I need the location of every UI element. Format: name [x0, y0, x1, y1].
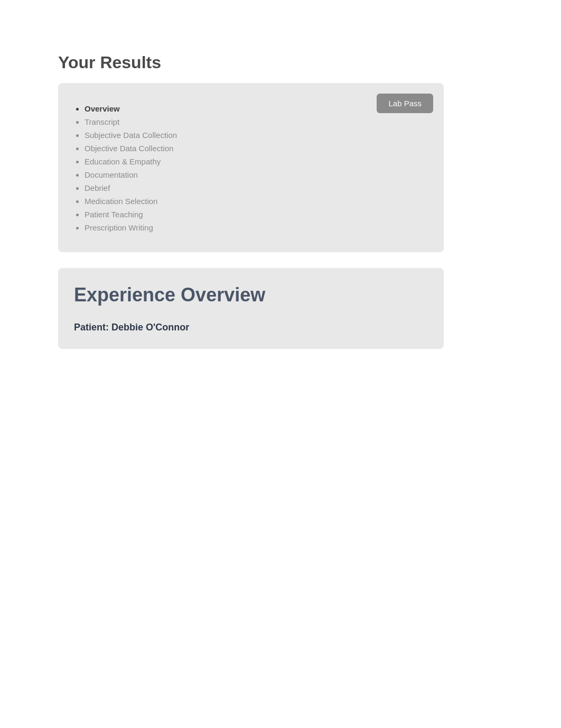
nav-item-subjective-data[interactable]: Subjective Data Collection — [85, 131, 428, 140]
nav-item-documentation[interactable]: Documentation — [85, 170, 428, 179]
nav-list: OverviewTranscriptSubjective Data Collec… — [74, 104, 428, 232]
patient-label: Patient: Debbie O'Connor — [74, 322, 428, 333]
experience-overview-section: Experience Overview Patient: Debbie O'Co… — [58, 268, 444, 349]
nav-item-patient-teaching[interactable]: Patient Teaching — [85, 210, 428, 219]
nav-item-transcript[interactable]: Transcript — [85, 117, 428, 126]
results-card: Lab Pass OverviewTranscriptSubjective Da… — [58, 83, 444, 252]
nav-item-medication-selection[interactable]: Medication Selection — [85, 197, 428, 206]
experience-overview-title: Experience Overview — [74, 284, 428, 306]
page-title: Your Results — [58, 53, 519, 72]
nav-item-objective-data[interactable]: Objective Data Collection — [85, 144, 428, 153]
nav-item-prescription-writing[interactable]: Prescription Writing — [85, 223, 428, 232]
nav-item-education-empathy[interactable]: Education & Empathy — [85, 157, 428, 166]
nav-item-debrief[interactable]: Debrief — [85, 183, 428, 192]
lab-pass-button[interactable]: Lab Pass — [377, 94, 433, 113]
